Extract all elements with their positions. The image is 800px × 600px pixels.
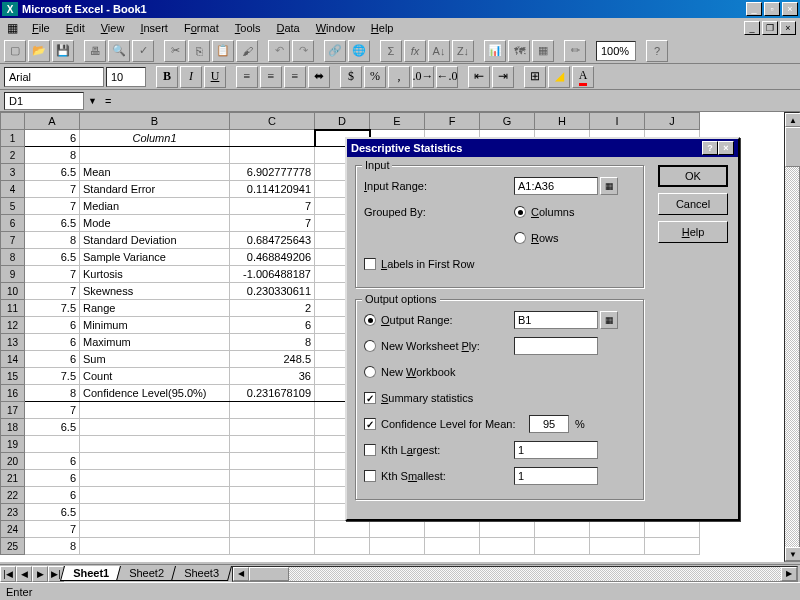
- sort-asc-icon[interactable]: A↓: [428, 40, 450, 62]
- cell[interactable]: [480, 521, 535, 538]
- cell[interactable]: [230, 130, 315, 147]
- cell[interactable]: [425, 521, 480, 538]
- cell[interactable]: [230, 419, 315, 436]
- cell[interactable]: 8: [230, 334, 315, 351]
- paste-icon[interactable]: 📋: [212, 40, 234, 62]
- output-range-field[interactable]: [514, 311, 598, 329]
- merge-center-icon[interactable]: ⬌: [308, 66, 330, 88]
- undo-icon[interactable]: ↶: [268, 40, 290, 62]
- help-button[interactable]: Help: [658, 221, 728, 243]
- row-header[interactable]: 14: [1, 351, 25, 368]
- cell[interactable]: 7.5: [25, 300, 80, 317]
- cell[interactable]: Mode: [80, 215, 230, 232]
- cell[interactable]: 7: [25, 521, 80, 538]
- row-header[interactable]: 18: [1, 419, 25, 436]
- menu-file[interactable]: File: [24, 20, 58, 36]
- cell[interactable]: [80, 402, 230, 419]
- menu-tools[interactable]: Tools: [227, 20, 269, 36]
- col-header[interactable]: A: [25, 113, 80, 130]
- row-header[interactable]: 13: [1, 334, 25, 351]
- cell[interactable]: Standard Error: [80, 181, 230, 198]
- first-sheet-icon[interactable]: |◀: [0, 566, 16, 582]
- cell[interactable]: [80, 487, 230, 504]
- summary-stats-checkbox[interactable]: [364, 392, 376, 404]
- cell[interactable]: 6: [25, 317, 80, 334]
- scroll-thumb[interactable]: [249, 567, 289, 581]
- minimize-button[interactable]: _: [746, 2, 762, 16]
- cancel-button[interactable]: Cancel: [658, 193, 728, 215]
- scroll-thumb[interactable]: [785, 127, 800, 167]
- cell[interactable]: [80, 436, 230, 453]
- cell[interactable]: 6.5: [25, 504, 80, 521]
- new-workbook-radio[interactable]: [364, 366, 376, 378]
- comma-icon[interactable]: ,: [388, 66, 410, 88]
- cell[interactable]: [230, 402, 315, 419]
- row-header[interactable]: 2: [1, 147, 25, 164]
- cell[interactable]: 7.5: [25, 368, 80, 385]
- align-center-icon[interactable]: ≡: [260, 66, 282, 88]
- cell[interactable]: 6.5: [25, 215, 80, 232]
- cell[interactable]: 7: [230, 215, 315, 232]
- increase-decimal-icon[interactable]: .0→: [412, 66, 434, 88]
- function-icon[interactable]: fx: [404, 40, 426, 62]
- cell[interactable]: [370, 521, 425, 538]
- preview-icon[interactable]: 🔍: [108, 40, 130, 62]
- font-color-icon[interactable]: A: [572, 66, 594, 88]
- decrease-indent-icon[interactable]: ⇤: [468, 66, 490, 88]
- menu-edit[interactable]: Edit: [58, 20, 93, 36]
- row-header[interactable]: 11: [1, 300, 25, 317]
- cell[interactable]: [80, 419, 230, 436]
- cell[interactable]: 8: [25, 538, 80, 555]
- cell[interactable]: [480, 538, 535, 555]
- cell[interactable]: 6.902777778: [230, 164, 315, 181]
- cell[interactable]: 7: [25, 402, 80, 419]
- vertical-scrollbar[interactable]: ▲ ▼: [784, 112, 800, 562]
- cell[interactable]: [370, 538, 425, 555]
- new-worksheet-radio[interactable]: [364, 340, 376, 352]
- drawing-icon[interactable]: ✏: [564, 40, 586, 62]
- cell[interactable]: Column1: [80, 130, 230, 147]
- new-worksheet-field[interactable]: [514, 337, 598, 355]
- cell[interactable]: [645, 538, 700, 555]
- prev-sheet-icon[interactable]: ◀: [16, 566, 32, 582]
- col-header[interactable]: F: [425, 113, 480, 130]
- cell[interactable]: [80, 147, 230, 164]
- italic-button[interactable]: I: [180, 66, 202, 88]
- cell[interactable]: 6.5: [25, 249, 80, 266]
- col-header[interactable]: I: [590, 113, 645, 130]
- open-icon[interactable]: 📂: [28, 40, 50, 62]
- cell[interactable]: 7: [25, 266, 80, 283]
- cell[interactable]: 2: [230, 300, 315, 317]
- col-header[interactable]: G: [480, 113, 535, 130]
- cell[interactable]: 8: [25, 147, 80, 164]
- confidence-field[interactable]: [529, 415, 569, 433]
- cell[interactable]: 0.231678109: [230, 385, 315, 402]
- ok-button[interactable]: OK: [658, 165, 728, 187]
- col-header[interactable]: C: [230, 113, 315, 130]
- cell[interactable]: 248.5: [230, 351, 315, 368]
- kth-largest-field[interactable]: [514, 441, 598, 459]
- cell[interactable]: 0.114120941: [230, 181, 315, 198]
- scroll-left-icon[interactable]: ◀: [233, 567, 249, 581]
- cell[interactable]: 6: [25, 351, 80, 368]
- row-header[interactable]: 20: [1, 453, 25, 470]
- decrease-decimal-icon[interactable]: ←.0: [436, 66, 458, 88]
- cell[interactable]: 6.5: [25, 164, 80, 181]
- kth-largest-checkbox[interactable]: [364, 444, 376, 456]
- cell[interactable]: [80, 521, 230, 538]
- save-icon[interactable]: 💾: [52, 40, 74, 62]
- cell[interactable]: 8: [25, 385, 80, 402]
- columns-radio[interactable]: [514, 206, 526, 218]
- menu-window[interactable]: Window: [308, 20, 363, 36]
- row-header[interactable]: 12: [1, 317, 25, 334]
- cell[interactable]: Sample Variance: [80, 249, 230, 266]
- confidence-checkbox[interactable]: [364, 418, 376, 430]
- rows-radio[interactable]: [514, 232, 526, 244]
- dialog-help-icon[interactable]: ?: [702, 141, 718, 155]
- cell[interactable]: 6: [25, 334, 80, 351]
- cell[interactable]: [230, 453, 315, 470]
- spell-icon[interactable]: ✓: [132, 40, 154, 62]
- cell[interactable]: Sum: [80, 351, 230, 368]
- borders-icon[interactable]: ⊞: [524, 66, 546, 88]
- bold-button[interactable]: B: [156, 66, 178, 88]
